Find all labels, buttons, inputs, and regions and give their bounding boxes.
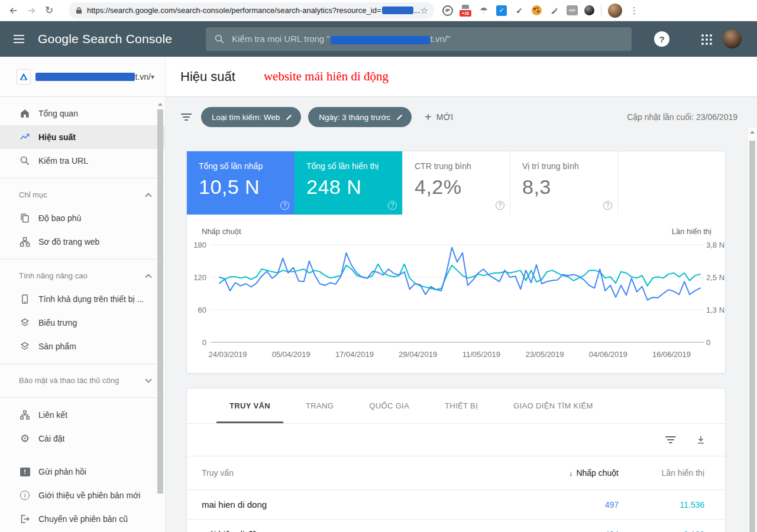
google-apps-grid-icon[interactable] xyxy=(701,34,712,45)
bookmark-star-icon[interactable]: ☆ xyxy=(420,5,428,16)
sidebar-item-url-inspection[interactable]: Kiểm tra URL xyxy=(0,149,165,173)
sidebar-section-security[interactable]: Bảo mật và thao tác thủ công xyxy=(0,369,165,392)
browser-profile-avatar[interactable] xyxy=(608,4,622,18)
table-row[interactable]: mai hien di dong 497 11.536 xyxy=(187,490,725,520)
scroll-up-arrow[interactable] xyxy=(158,103,163,106)
help-icon[interactable]: ? xyxy=(280,201,289,210)
sidebar-item-overview[interactable]: Tổng quan xyxy=(0,102,165,125)
tab-search-appearance[interactable]: GIAO DIỆN TÌM KIẾM xyxy=(496,388,611,423)
chevron-down-icon xyxy=(145,378,152,383)
home-icon xyxy=(19,108,31,119)
sidebar-scrollbar[interactable] xyxy=(156,100,164,532)
rocket-extension-icon[interactable] xyxy=(548,5,560,17)
gear-icon: ⚙ xyxy=(19,433,31,445)
url-inspect-search[interactable]: Kiểm tra mọi URL trong "t.vn/" xyxy=(206,27,632,51)
svg-text:29/04/2019: 29/04/2019 xyxy=(399,350,437,359)
sidebar-nav: Tổng quan Hiệu suất Kiểm tra URL Chỉ mục… xyxy=(0,97,165,531)
chevron-up-icon xyxy=(145,274,152,278)
sphere-extension-icon[interactable] xyxy=(584,5,594,15)
mobile-phone-icon xyxy=(19,293,31,305)
sidebar-item-mobile-usability[interactable]: Tính khả dụng trên thiết bị ... xyxy=(0,287,165,311)
sidebar-item-products[interactable]: Sản phẩm xyxy=(0,335,165,358)
code-extension-icon[interactable]: </> xyxy=(567,5,578,15)
browser-forward-icon[interactable] xyxy=(22,2,40,20)
app-header: Google Search Console Kiểm tra mọi URL t… xyxy=(0,21,757,57)
app-logo: Google Search Console xyxy=(38,32,172,46)
account-avatar[interactable] xyxy=(723,30,742,48)
sidebar-section-enhancements[interactable]: Tính năng nâng cao xyxy=(0,265,165,287)
page-title: Hiệu suất xyxy=(180,69,235,85)
metric-cards: Tổng số lần nhấp 10,5 N ? Tổng số lần hi… xyxy=(187,151,725,215)
date-range-chip[interactable]: Ngày: 3 tháng trước xyxy=(308,107,412,127)
svg-text:24/03/2019: 24/03/2019 xyxy=(208,350,247,359)
help-icon[interactable]: ? xyxy=(496,201,504,210)
sidebar-item-old-version[interactable]: Chuyển về phiên bản cũ xyxy=(0,507,165,531)
info-icon: i xyxy=(19,489,31,501)
checkmark-extension-icon[interactable]: ✓ xyxy=(513,5,525,17)
browser-reload-icon[interactable]: ↻ xyxy=(40,2,58,20)
ip-extension-icon[interactable]: IP xyxy=(442,5,453,16)
scroll-up-arrow[interactable] xyxy=(750,131,755,134)
svg-text:05/04/2019: 05/04/2019 xyxy=(272,350,310,359)
svg-text:0: 0 xyxy=(706,338,710,347)
svg-text:16/06/2019: 16/06/2019 xyxy=(652,350,691,359)
sort-down-icon: ↓ xyxy=(569,469,573,478)
metric-card-average-position[interactable]: Vị trí trung bình 8,3 ? xyxy=(510,151,617,215)
sidebar-section-index[interactable]: Chỉ mục xyxy=(0,184,165,206)
pencil-icon xyxy=(285,113,293,121)
divider xyxy=(0,364,165,364)
svg-text:Nhấp chuột: Nhấp chuột xyxy=(202,227,241,236)
sidebar-item-logos[interactable]: Biểu trưng xyxy=(0,311,165,335)
download-icon[interactable] xyxy=(695,434,706,445)
search-type-chip[interactable]: Loại tìm kiếm: Web xyxy=(201,107,301,127)
filter-tune-icon[interactable] xyxy=(180,113,192,121)
toolbar-divider xyxy=(601,5,601,16)
property-selector[interactable]: t.vn/ ▾ xyxy=(0,57,165,97)
cookie-extension-icon[interactable] xyxy=(532,5,542,15)
url-redaction xyxy=(382,7,413,14)
address-bar[interactable]: https://search.google.com/search-console… xyxy=(69,2,434,19)
browser-menu-icon[interactable]: ⋮ xyxy=(630,5,639,16)
tab-queries[interactable]: TRUY VẤN xyxy=(212,388,288,423)
sidebar-item-performance[interactable]: Hiệu suất xyxy=(0,125,165,149)
help-icon[interactable]: ? xyxy=(603,201,612,210)
hamburger-menu-icon[interactable] xyxy=(13,34,25,44)
column-header-clicks[interactable]: ↓Nhấp chuột xyxy=(500,468,619,478)
column-header-query[interactable]: Truy vấn xyxy=(187,468,500,478)
help-icon[interactable]: ? xyxy=(388,201,397,210)
sidebar-item-feedback[interactable]: ! Gửi phản hồi xyxy=(0,460,165,484)
sidebar-item-about-new-version[interactable]: i Giới thiệu về phiên bản mới xyxy=(0,484,165,507)
svg-text:3,8 N: 3,8 N xyxy=(706,241,724,249)
new-filter-button[interactable]: + MỚI xyxy=(425,111,453,124)
filter-bar: Loại tìm kiếm: Web Ngày: 3 tháng trước +… xyxy=(166,105,757,129)
search-placeholder-redaction xyxy=(331,36,430,44)
browser-back-icon[interactable] xyxy=(5,2,22,20)
sidebar-item-sitemaps[interactable]: Sơ đồ trang web xyxy=(0,230,165,254)
divider xyxy=(0,397,165,398)
tab-pages[interactable]: TRANG xyxy=(288,388,351,423)
plus-icon: + xyxy=(425,111,432,124)
metric-card-total-impressions[interactable]: Tổng số lần hiển thị 248 N ? xyxy=(295,151,402,215)
table-row-partial[interactable]: mái hiên di động 404 9.139 xyxy=(187,520,725,532)
cashback-extension-icon[interactable]: +1$ xyxy=(460,5,471,17)
links-tree-icon xyxy=(19,409,31,421)
performance-panel: Tổng số lần nhấp 10,5 N ? Tổng số lần hi… xyxy=(186,151,726,374)
umbrella-extension-icon[interactable]: ☂ xyxy=(478,5,490,17)
table-toolbar xyxy=(187,424,725,456)
checkbox-extension-icon[interactable]: ✓ xyxy=(496,5,507,16)
metric-card-average-ctr[interactable]: CTR trung bình 4,2% ? xyxy=(402,151,510,215)
column-header-impressions[interactable]: Lần hiển thị xyxy=(619,468,704,478)
tab-countries[interactable]: QUỐC GIA xyxy=(351,388,427,423)
table-filter-icon[interactable] xyxy=(665,436,677,443)
scrollbar-thumb[interactable] xyxy=(749,141,755,532)
metric-card-total-clicks[interactable]: Tổng số lần nhấp 10,5 N ? xyxy=(187,151,295,215)
content-scrollbar[interactable] xyxy=(747,128,757,532)
sidebar-item-links[interactable]: Liên kết xyxy=(0,403,165,427)
sidebar-item-coverage[interactable]: Độ bao phủ xyxy=(0,206,165,230)
help-icon[interactable]: ? xyxy=(654,31,669,47)
sidebar-item-settings[interactable]: ⚙ Cài đặt xyxy=(0,427,165,450)
scrollbar-thumb[interactable] xyxy=(157,109,163,494)
last-updated-text: Cập nhật lần cuối: 23/06/2019 xyxy=(627,112,737,122)
tab-devices[interactable]: THIẾT BỊ xyxy=(427,388,496,423)
svg-text:0: 0 xyxy=(202,338,206,347)
